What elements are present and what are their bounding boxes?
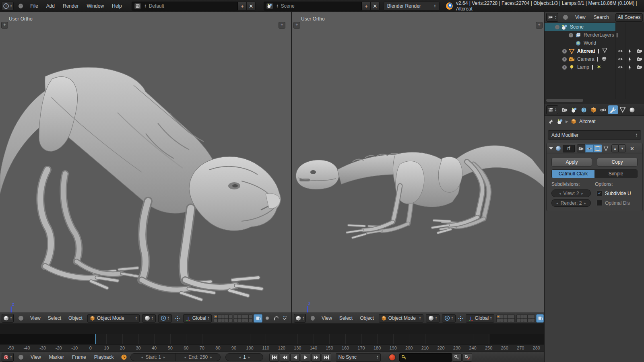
end-frame-field[interactable]: End: 250 xyxy=(175,354,221,361)
shading-select[interactable] xyxy=(142,314,156,323)
shading-select[interactable] xyxy=(426,314,440,323)
viewport-left[interactable]: User Ortho z x y (1) Altcreat View Selec… xyxy=(0,12,291,323)
insert-keyframe-button[interactable] xyxy=(452,353,462,362)
row-label[interactable]: Scene xyxy=(570,24,584,30)
expand-icon[interactable]: + xyxy=(562,49,567,53)
pin-icon[interactable] xyxy=(548,119,554,125)
outliner-row-lamp[interactable]: + Lamp xyxy=(545,63,644,71)
manipulator-toggle[interactable] xyxy=(173,315,182,322)
breadcrumb-scene-icon[interactable] xyxy=(557,119,563,125)
layers-group-1[interactable] xyxy=(496,315,515,322)
snap-toggle[interactable] xyxy=(281,315,289,322)
toolshelf-expand-icon[interactable] xyxy=(293,22,300,29)
timeline-ruler[interactable]: -50-40-30-20-100102030405060708090100110… xyxy=(0,344,544,352)
viewport-right[interactable]: User Ortho z y (1) Altcreat View Select … xyxy=(292,12,544,323)
add-scene-button[interactable]: + xyxy=(362,2,371,10)
render-subdivisions-field[interactable]: Render: 2 xyxy=(551,199,591,207)
expand-modifier-icon[interactable] xyxy=(549,147,553,150)
editor-type-3dview-button[interactable] xyxy=(294,314,306,323)
lock-to-scene-toggle[interactable] xyxy=(254,314,262,323)
toolshelf-expand-icon[interactable] xyxy=(1,22,8,29)
tab-material[interactable] xyxy=(627,105,637,114)
menu-select[interactable]: Select xyxy=(44,315,65,321)
tab-render[interactable] xyxy=(560,105,570,114)
tab-modifiers[interactable] xyxy=(608,105,618,114)
move-down-button[interactable]: ▼ xyxy=(619,144,626,152)
auto-keyframe-record-button[interactable] xyxy=(388,354,396,361)
tab-object[interactable] xyxy=(589,105,599,114)
collapse-menus-icon[interactable] xyxy=(563,15,568,20)
tab-constraints[interactable] xyxy=(599,105,608,114)
viewport-visibility-toggle[interactable] xyxy=(585,144,594,152)
modifier-name-field[interactable]: rf xyxy=(563,145,575,152)
delete-scene-button[interactable]: ✕ xyxy=(371,2,380,10)
pivot-select[interactable] xyxy=(158,314,172,323)
subdivide-uv-checkbox[interactable]: Subdivide U xyxy=(597,190,631,196)
orientation-select[interactable]: Global xyxy=(183,314,212,323)
properties-region-expand-icon[interactable] xyxy=(279,22,285,29)
breadcrumb-object-icon[interactable] xyxy=(571,119,576,124)
menu-frame[interactable]: Frame xyxy=(68,354,90,360)
pivot-select[interactable] xyxy=(442,314,456,323)
move-up-button[interactable]: ▲ xyxy=(611,144,619,152)
menu-help[interactable]: Help xyxy=(108,3,126,9)
menu-view[interactable]: View xyxy=(27,354,45,360)
menu-render[interactable]: Render xyxy=(59,3,83,9)
tab-world[interactable] xyxy=(579,105,589,114)
outliner-row-renderlayers[interactable]: + RenderLayers xyxy=(545,31,644,39)
scene-name[interactable]: Scene xyxy=(281,3,295,9)
collapse-menus-icon[interactable] xyxy=(19,316,23,321)
expand-icon[interactable]: + xyxy=(562,57,567,62)
selectable-toggle[interactable] xyxy=(625,47,635,55)
proportional-edit-toggle[interactable] xyxy=(263,315,271,322)
menu-select[interactable]: Select xyxy=(336,315,356,321)
add-modifier-select[interactable]: Add Modifier xyxy=(548,130,641,140)
menu-view[interactable]: View xyxy=(571,14,590,20)
editor-type-timeline-button[interactable] xyxy=(2,353,14,362)
layers-group-1[interactable] xyxy=(214,315,232,322)
hide-toggle[interactable] xyxy=(615,63,625,71)
start-frame-field[interactable]: Start: 1 xyxy=(131,354,175,361)
menu-object[interactable]: Object xyxy=(65,315,86,321)
renderable-toggle[interactable] xyxy=(635,63,644,71)
sync-mode-select[interactable]: No Sync xyxy=(336,353,381,362)
collapse-menus-icon[interactable] xyxy=(19,4,23,8)
tab-scene[interactable] xyxy=(570,105,579,114)
mode-select[interactable]: Object Mode xyxy=(379,314,423,323)
editor-type-3dview-button[interactable] xyxy=(2,314,14,323)
delete-modifier-button[interactable]: ✕ xyxy=(630,146,634,152)
selectable-toggle[interactable] xyxy=(625,55,635,63)
play-reverse-button[interactable] xyxy=(290,353,300,362)
collapse-menus-icon[interactable] xyxy=(311,316,315,321)
hide-toggle[interactable] xyxy=(615,47,625,55)
simple-option[interactable]: Simple xyxy=(594,170,637,178)
outliner-row-scene[interactable]: − Scene xyxy=(545,23,644,31)
jump-to-end-button[interactable] xyxy=(322,353,331,362)
collapse-icon[interactable]: − xyxy=(555,25,559,29)
menu-object[interactable]: Object xyxy=(356,315,378,321)
timeline-track[interactable] xyxy=(0,334,544,345)
properties-region-expand-icon[interactable] xyxy=(536,22,543,29)
expand-icon[interactable]: + xyxy=(562,65,567,70)
manipulator-toggle[interactable] xyxy=(457,315,464,322)
copy-button[interactable]: Copy xyxy=(597,158,638,167)
orientation-select[interactable]: Global xyxy=(466,314,495,323)
catmull-clark-option[interactable]: Catmull-Clark xyxy=(552,170,594,178)
row-label[interactable]: Camera xyxy=(577,56,594,62)
row-label[interactable]: RenderLayers xyxy=(584,32,614,38)
mode-select[interactable]: Object Mode xyxy=(87,314,140,323)
lock-to-scene-toggle[interactable] xyxy=(536,314,544,323)
menu-file[interactable]: File xyxy=(26,3,42,9)
menu-search[interactable]: Search xyxy=(590,14,613,20)
scene-browse-arrows-icon[interactable] xyxy=(277,4,279,8)
menu-view[interactable]: View xyxy=(27,315,44,321)
render-engine-select[interactable]: Blender Render xyxy=(384,2,440,10)
screen-layout-name[interactable]: Default xyxy=(149,3,164,9)
previous-keyframe-button[interactable] xyxy=(280,353,289,362)
editor-type-properties-button[interactable] xyxy=(546,105,558,114)
menu-add[interactable]: Add xyxy=(42,3,59,9)
play-button[interactable] xyxy=(301,353,310,362)
tab-object-data[interactable] xyxy=(618,105,627,114)
renderable-toggle[interactable] xyxy=(635,47,644,55)
row-label[interactable]: World xyxy=(584,40,596,46)
